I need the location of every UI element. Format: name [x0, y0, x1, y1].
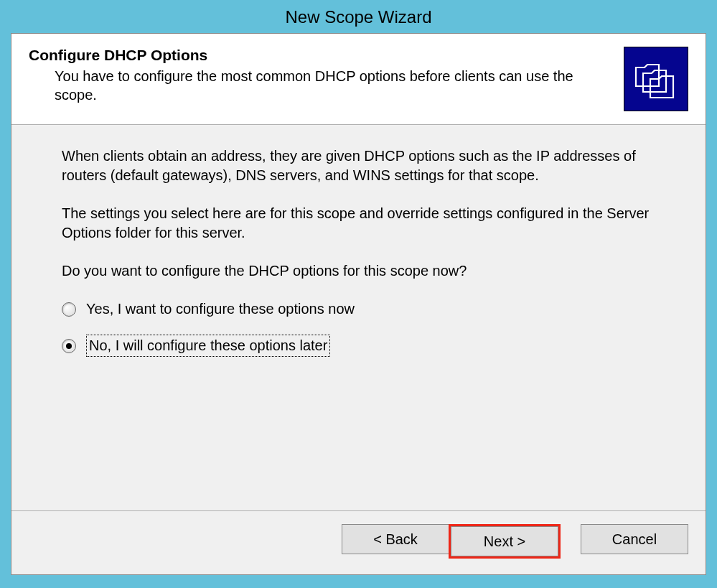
window-body: Configure DHCP Options You have to confi… — [11, 33, 706, 575]
back-button[interactable]: < Back — [342, 524, 449, 554]
info-paragraph-1: When clients obtain an address, they are… — [62, 146, 655, 185]
info-paragraph-2: The settings you select here are for thi… — [62, 204, 655, 243]
radio-icon — [62, 339, 76, 353]
folders-icon — [629, 52, 683, 106]
radio-group: Yes, I want to configure these options n… — [62, 299, 655, 357]
wizard-header-text: Configure DHCP Options You have to confi… — [29, 47, 624, 104]
page-title: Configure DHCP Options — [29, 47, 609, 64]
next-button-highlight: Next > — [449, 524, 561, 559]
title-bar[interactable]: New Scope Wizard — [1, 1, 716, 33]
radio-option-no[interactable]: No, I will configure these options later — [62, 335, 655, 357]
radio-icon — [62, 302, 76, 317]
radio-option-yes[interactable]: Yes, I want to configure these options n… — [62, 299, 655, 319]
wizard-content: When clients obtain an address, they are… — [11, 125, 706, 510]
wizard-footer: < Back Next > Cancel — [11, 510, 706, 574]
radio-label-yes: Yes, I want to configure these options n… — [86, 299, 355, 319]
radio-label-no: No, I will configure these options later — [86, 335, 330, 357]
back-next-group: < Back Next > — [342, 524, 561, 559]
wizard-icon — [624, 47, 688, 111]
wizard-header: Configure DHCP Options You have to confi… — [11, 34, 706, 125]
window-frame: New Scope Wizard Configure DHCP Options … — [0, 0, 717, 588]
window-title: New Scope Wizard — [285, 7, 431, 27]
question-text: Do you want to configure the DHCP option… — [62, 261, 655, 281]
cancel-button[interactable]: Cancel — [581, 524, 688, 554]
page-subtitle: You have to configure the most common DH… — [55, 67, 609, 104]
radio-dot-icon — [66, 343, 72, 349]
next-button[interactable]: Next > — [451, 526, 558, 556]
